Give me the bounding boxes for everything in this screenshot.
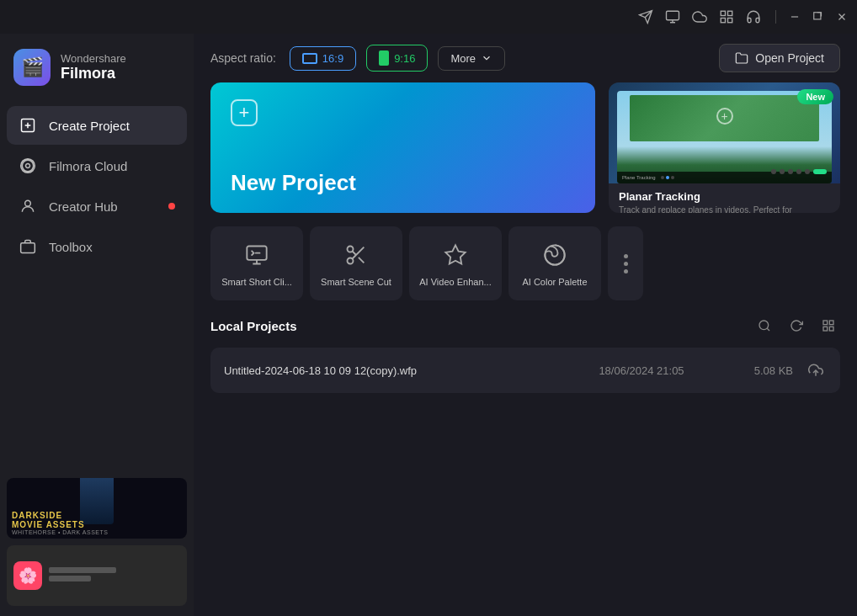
- feature-card-info: Planar Tracking Track and replace planes…: [609, 183, 840, 213]
- aspect-icon-9-16: [379, 50, 389, 66]
- feature-card-image: + Plane Tracking: [609, 82, 840, 183]
- send-icon[interactable]: [637, 8, 654, 25]
- thumbnail-text-line-1: [49, 567, 116, 573]
- svg-rect-14: [21, 243, 35, 253]
- title-bar-actions: [637, 8, 780, 25]
- toolbar: Aspect ratio: 16:9 9:16 More Open Projec…: [194, 34, 857, 82]
- refresh-button[interactable]: [785, 314, 808, 337]
- sidebar-item-label: Filmora Cloud: [49, 159, 127, 173]
- upload-icon[interactable]: [805, 359, 827, 381]
- tool-label: AI Video Enhan...: [419, 277, 491, 287]
- carousel-dot-6[interactable]: [813, 169, 827, 174]
- carousel-dot-3[interactable]: [788, 169, 793, 174]
- logo-name: Filmora: [61, 65, 126, 82]
- aspect-icon-16-9: [302, 53, 317, 64]
- tracking-dot-1: [661, 176, 664, 179]
- open-project-label: Open Project: [755, 51, 824, 65]
- carousel-dot-5[interactable]: [805, 169, 810, 174]
- headset-icon[interactable]: [745, 8, 762, 25]
- open-project-button[interactable]: Open Project: [719, 44, 840, 72]
- content-area: Aspect ratio: 16:9 9:16 More Open Projec…: [194, 34, 857, 616]
- monitor-icon[interactable]: [664, 8, 681, 25]
- aspect-ratio-9-16-button[interactable]: 9:16: [366, 45, 428, 72]
- sidebar-item-label: Create Project: [49, 119, 130, 133]
- ai-color-palette-icon: [540, 240, 570, 270]
- logo-brand: Wondershare: [61, 52, 126, 65]
- project-row[interactable]: Untitled-2024-06-18 10 09 12(copy).wfp 1…: [210, 348, 840, 393]
- svg-point-17: [348, 258, 354, 264]
- aspect-ratio-9-16-label: 9:16: [394, 52, 415, 65]
- tool-ai-video-enhance[interactable]: AI Video Enhan...: [409, 226, 502, 300]
- local-projects: Local Projects: [194, 314, 857, 616]
- close-button[interactable]: [833, 8, 850, 25]
- tracking-label: Plane Tracking: [622, 175, 656, 180]
- feature-card-title: Planar Tracking: [619, 190, 830, 203]
- sidebar-item-creator-hub[interactable]: Creator Hub: [7, 187, 187, 226]
- svg-rect-0: [667, 11, 679, 20]
- carousel-dot-2[interactable]: [780, 169, 785, 174]
- new-project-card[interactable]: + New Project: [210, 82, 595, 213]
- thumbnail-second[interactable]: 🌸: [7, 545, 187, 606]
- carousel-dot-4[interactable]: [796, 169, 801, 174]
- sidebar-nav: Create Project Filmora Cloud Creator Hub: [0, 106, 194, 266]
- svg-rect-2: [728, 11, 732, 15]
- aspect-ratio-16-9-button[interactable]: 16:9: [290, 46, 356, 71]
- more-button[interactable]: More: [438, 46, 505, 71]
- feature-card[interactable]: + Plane Tracking: [609, 82, 840, 213]
- aspect-ratio-16-9-label: 16:9: [322, 52, 343, 65]
- thumbnail-second-icon: 🌸: [13, 561, 42, 590]
- carousel-dot-1[interactable]: [771, 169, 776, 174]
- tools-more-button[interactable]: [608, 226, 643, 300]
- section-actions: [753, 314, 840, 337]
- tracking-dots: [661, 176, 674, 179]
- tool-label: Smart Scene Cut: [321, 277, 391, 287]
- svg-point-12: [26, 164, 30, 168]
- tool-smart-scene-cut[interactable]: Smart Scene Cut: [310, 226, 402, 300]
- svg-line-19: [359, 258, 364, 263]
- carousel-dots: [771, 169, 827, 174]
- ai-video-enhance-icon: [440, 240, 471, 270]
- svg-rect-1: [721, 11, 725, 15]
- sidebar: 🎬 Wondershare Filmora Create Project: [0, 34, 194, 616]
- thumbnail-text-line-2: [49, 576, 91, 581]
- sidebar-item-filmora-cloud[interactable]: Filmora Cloud: [7, 146, 187, 185]
- thumbnail-subtitle: WHITEHORSE • DARK ASSETS: [12, 529, 182, 535]
- tool-smart-short-clip[interactable]: Smart Short Cli...: [210, 226, 303, 300]
- billboard-plus-icon: +: [716, 108, 733, 125]
- svg-rect-4: [728, 19, 732, 23]
- svg-rect-26: [829, 321, 833, 325]
- tools-row: Smart Short Cli... Smart Scene Cut: [194, 226, 857, 314]
- maximize-button[interactable]: [810, 8, 827, 25]
- svg-rect-6: [814, 13, 821, 19]
- sidebar-logo: 🎬 Wondershare Filmora: [0, 34, 194, 106]
- thumbnail-text-area: [49, 567, 180, 584]
- grid-view-button[interactable]: [817, 314, 840, 337]
- grid-icon[interactable]: [718, 8, 735, 25]
- cloud-icon[interactable]: [691, 8, 708, 25]
- sidebar-item-create-project[interactable]: Create Project: [7, 106, 187, 145]
- main-layout: 🎬 Wondershare Filmora Create Project: [0, 34, 857, 616]
- new-project-label: New Project: [231, 170, 575, 196]
- project-size: 5.08 KB: [709, 364, 793, 377]
- local-projects-title: Local Projects: [210, 319, 297, 333]
- title-bar: [0, 0, 857, 34]
- folder-icon: [735, 51, 748, 65]
- feature-card-description: Track and replace planes in videos. Perf…: [619, 204, 830, 213]
- tracking-dot-2: [666, 176, 669, 179]
- more-dots-icon: [624, 254, 628, 273]
- minimize-button[interactable]: [786, 8, 803, 25]
- tool-ai-color-palette[interactable]: AI Color Palette: [508, 226, 601, 300]
- sidebar-item-toolbox[interactable]: Toolbox: [7, 227, 187, 266]
- projects-area: + New Project + Plane Tracking: [194, 82, 857, 226]
- sidebar-item-label: Creator Hub: [49, 199, 118, 214]
- search-button[interactable]: [753, 314, 776, 337]
- sidebar-item-label: Toolbox: [49, 240, 93, 254]
- tool-label: AI Color Palette: [522, 277, 587, 287]
- svg-rect-27: [823, 327, 828, 331]
- tool-label: Smart Short Cli...: [221, 277, 292, 287]
- sidebar-thumbnails: DARKSIDEMOVIE ASSETS WHITEHORSE • DARK A…: [0, 468, 194, 616]
- smart-short-clip-icon: [242, 240, 272, 270]
- new-badge: New: [797, 89, 833, 104]
- new-project-plus-icon: +: [231, 99, 258, 126]
- thumbnail-darkside[interactable]: DARKSIDEMOVIE ASSETS WHITEHORSE • DARK A…: [7, 478, 187, 539]
